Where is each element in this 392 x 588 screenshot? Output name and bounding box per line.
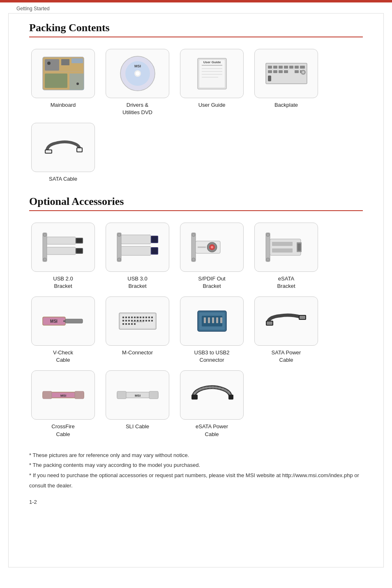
- svg-rect-87: [128, 317, 130, 318]
- notes: * These pictures are for reference only …: [29, 450, 363, 491]
- esata-icon: [264, 229, 309, 266]
- list-item: User Guide User Guide: [178, 49, 246, 116]
- usb20bracket-icon: [41, 229, 86, 266]
- svg-rect-73: [272, 242, 293, 246]
- svg-text:MSI: MSI: [134, 64, 141, 68]
- svg-rect-33: [284, 70, 288, 73]
- svg-rect-90: [137, 317, 138, 318]
- satapower-label: SATA PowerCable: [272, 349, 301, 364]
- esatapower-icon: [189, 377, 235, 413]
- svg-point-59: [118, 233, 121, 237]
- svg-rect-109: [128, 323, 130, 325]
- optional-grid: USB 2.0Bracket: [29, 223, 363, 438]
- svg-rect-85: [122, 317, 124, 318]
- mainboard-label: Mainboard: [51, 101, 76, 109]
- svg-rect-94: [148, 317, 150, 318]
- svg-rect-52: [117, 233, 121, 262]
- backplate-image: [254, 49, 318, 98]
- svg-rect-119: [220, 317, 222, 323]
- note-1: * These pictures are for reference only …: [29, 450, 363, 461]
- svg-rect-36: [268, 76, 271, 81]
- svg-rect-103: [143, 320, 144, 322]
- svg-rect-86: [125, 317, 127, 318]
- svg-rect-126: [75, 391, 84, 399]
- mconnector-image: m Connectors: [106, 296, 169, 346]
- svg-rect-1: [45, 59, 59, 71]
- svg-rect-15: [199, 60, 225, 87]
- svg-rect-4: [45, 74, 67, 88]
- crossfire-image: MSI: [31, 370, 95, 420]
- svg-rect-70: [270, 239, 301, 255]
- page: Getting Started Packing Contents: [0, 0, 392, 588]
- vcheck-label: V-CheckCable: [53, 349, 73, 364]
- svg-rect-29: [300, 66, 305, 69]
- svg-rect-74: [272, 248, 293, 253]
- slicable-image: MSI: [106, 370, 169, 420]
- spdif-image: [180, 223, 244, 272]
- svg-rect-55: [152, 237, 157, 242]
- crossfire-label: CrossFireCable: [51, 423, 74, 438]
- list-item: Mainboard: [29, 49, 97, 116]
- satapower-image: [254, 296, 318, 346]
- list-item: USB3 to USB2Connector: [178, 296, 246, 364]
- list-item: USB 3.0Bracket: [104, 223, 171, 290]
- satapower-icon: [264, 303, 309, 340]
- satacable-image: [31, 123, 95, 172]
- svg-rect-125: [43, 391, 52, 399]
- svg-point-65: [211, 246, 213, 248]
- svg-text:MSI: MSI: [134, 394, 140, 397]
- list-item: Backplate: [252, 49, 320, 116]
- note-3: * If you need to purchase the optional a…: [29, 471, 363, 491]
- list-item: SATA Cable: [29, 123, 97, 183]
- svg-rect-104: [145, 320, 147, 322]
- svg-point-75: [266, 233, 270, 237]
- list-item: eSATA PowerCable: [178, 370, 246, 438]
- satacable-icon: [41, 129, 86, 166]
- svg-rect-26: [284, 66, 288, 69]
- dvd-label: Drivers &Utilities DVD: [122, 101, 152, 116]
- svg-rect-117: [212, 317, 214, 323]
- svg-rect-122: [267, 322, 272, 325]
- svg-rect-129: [117, 391, 126, 399]
- svg-rect-25: [279, 66, 283, 69]
- svg-rect-2: [61, 59, 69, 65]
- list-item: MSI CrossFireCable: [29, 370, 97, 438]
- crossfire-icon: MSI: [41, 377, 86, 413]
- usb3tousb2-image: [180, 296, 244, 346]
- userguide-icon: User Guide: [189, 55, 235, 92]
- spdif-label: S/PDIF OutBracket: [198, 275, 225, 290]
- mainboard-icon: [41, 55, 86, 92]
- svg-rect-133: [228, 395, 233, 400]
- usb3tousb2-icon: [189, 303, 235, 340]
- svg-rect-105: [148, 320, 150, 322]
- userguide-label: User Guide: [198, 101, 226, 109]
- svg-rect-56: [121, 246, 151, 255]
- list-item: USB 2.0Bracket: [29, 223, 97, 290]
- svg-point-76: [266, 258, 270, 261]
- svg-rect-97: [125, 320, 127, 322]
- svg-rect-28: [295, 66, 299, 69]
- svg-point-38: [302, 71, 304, 74]
- svg-rect-118: [216, 317, 218, 323]
- backplate-label: Backplate: [274, 101, 298, 109]
- svg-rect-42: [77, 148, 82, 152]
- backplate-icon: [264, 55, 309, 92]
- mconnector-icon: m Connectors: [115, 303, 160, 340]
- spdif-icon: [189, 229, 235, 266]
- svg-rect-130: [149, 391, 158, 399]
- esatapower-label: eSATA PowerCable: [196, 423, 228, 438]
- svg-rect-101: [137, 320, 138, 322]
- svg-rect-91: [140, 317, 141, 318]
- svg-rect-100: [134, 320, 136, 322]
- svg-rect-32: [279, 70, 283, 73]
- svg-rect-102: [140, 320, 141, 322]
- svg-rect-107: [122, 323, 124, 325]
- svg-rect-89: [134, 317, 136, 318]
- usb20bracket-label: USB 2.0Bracket: [53, 275, 73, 290]
- svg-point-8: [76, 83, 79, 85]
- esatapower-image: [180, 370, 244, 420]
- svg-rect-88: [131, 317, 133, 318]
- svg-rect-99: [131, 320, 133, 322]
- svg-rect-110: [131, 323, 133, 325]
- svg-point-12: [136, 71, 140, 76]
